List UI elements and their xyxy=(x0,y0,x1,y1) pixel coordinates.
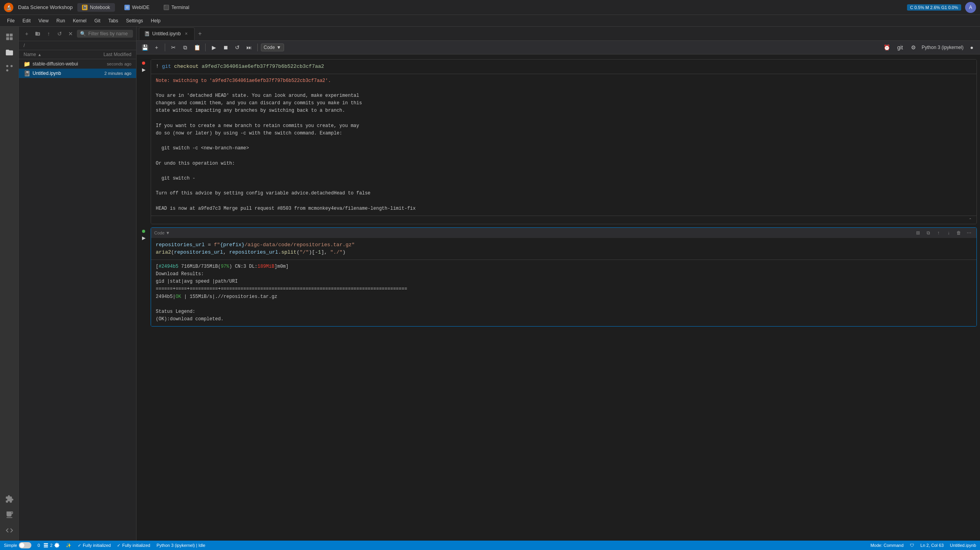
file-item-untitled[interactable]: 📓 Untitled.ipynb 2 minutes ago xyxy=(19,69,136,78)
notebook-toolbar: 💾 + ✂ ⧉ 📋 ▶ ⏹ ↺ ⏭ Code ▼ ⏰ git ⚙ Python … xyxy=(137,41,980,54)
notebook-area: 📓 Untitled.ipynb × + 💾 + ✂ ⧉ 📋 ▶ ⏹ ↺ ⏭ C… xyxy=(137,27,980,541)
menu-tabs[interactable]: Tabs xyxy=(105,17,121,25)
activity-bar xyxy=(0,27,19,541)
cell-type-select[interactable]: Code ▼ xyxy=(261,44,284,51)
refresh-button[interactable]: ↺ xyxy=(55,29,64,38)
menu-kernel[interactable]: Kernel xyxy=(70,17,90,25)
move-up-btn[interactable]: ↑ xyxy=(934,229,943,237)
cell-output-2: [#2494b5 716MiB/735MiB(97%) CN:3 DL:189M… xyxy=(151,260,976,327)
file-modified: seconds ago xyxy=(84,62,131,66)
cell-output-1: Note: switching to 'a9fed7c364061ae6efb3… xyxy=(151,74,976,216)
svg-point-4 xyxy=(6,69,8,72)
menu-view[interactable]: View xyxy=(35,17,52,25)
activity-extensions[interactable] xyxy=(2,492,16,506)
move-down-btn[interactable]: ↓ xyxy=(944,229,953,237)
history-button[interactable]: ⏰ xyxy=(882,42,892,53)
notebook-content: ▶ ! git checkout a9fed7c364061ae6efb37f7… xyxy=(137,54,980,541)
activity-explorer[interactable] xyxy=(2,30,16,44)
activity-git[interactable] xyxy=(2,61,16,75)
tab-webide[interactable]: 🖥 WebIDE xyxy=(120,3,154,12)
file-list: 📁 stable-diffusion-webui seconds ago 📓 U… xyxy=(19,59,136,541)
cell-toolbar-2: Code ▼ ⊞ ⧉ ↑ ↓ 🗑 ⋯ xyxy=(151,228,976,238)
notebook-tab-label: Notebook xyxy=(90,5,110,10)
cell-body-1: ! git checkout a9fed7c364061ae6efb37f797… xyxy=(151,59,977,224)
notebook-tab-file-icon: 📓 xyxy=(144,31,150,36)
cell-count-icon xyxy=(43,543,49,548)
activity-files[interactable] xyxy=(2,45,16,60)
cell-type-badge: Code ▼ xyxy=(154,231,170,235)
menu-run[interactable]: Run xyxy=(53,17,68,25)
activity-code[interactable] xyxy=(2,523,16,537)
kernel-status-button[interactable]: ● xyxy=(967,42,977,53)
run-button[interactable]: ▶ xyxy=(209,42,219,53)
cell-input-1[interactable]: ! git checkout a9fed7c364061ae6efb37f797… xyxy=(151,60,976,74)
last-modified-header: Last Modified xyxy=(84,52,131,57)
app-icon: 🔬 xyxy=(4,3,13,12)
notebook-tab-untitled[interactable]: 📓 Untitled.ipynb × xyxy=(139,27,195,40)
fully-initialized-2: ✓ Fully initialized xyxy=(117,543,150,548)
git-button[interactable]: git xyxy=(895,42,905,53)
expand-cell-btn[interactable]: ⊞ xyxy=(914,229,922,237)
collapse-btn-1[interactable]: ⌃ xyxy=(967,217,973,223)
new-file-button[interactable]: + xyxy=(22,29,31,38)
svg-point-6 xyxy=(6,65,8,67)
menu-git[interactable]: Git xyxy=(91,17,104,25)
copy-button[interactable]: ⧉ xyxy=(180,42,190,53)
cell-run-btn-1[interactable]: ▶ xyxy=(140,66,147,73)
notebook-tab-close[interactable]: × xyxy=(183,31,189,37)
webide-tab-icon: 🖥 xyxy=(124,5,130,10)
notebook-add-tab[interactable]: + xyxy=(195,29,205,38)
title-bar: 🔬 Data Science Workshop 📓 Notebook 🖥 Web… xyxy=(0,0,980,15)
more-cell-btn[interactable]: ⋯ xyxy=(965,229,973,237)
cell-numbers: 0 2 xyxy=(38,543,60,548)
tab-terminal[interactable]: ⬛ Terminal xyxy=(159,3,194,12)
add-cell-button[interactable]: + xyxy=(151,42,162,53)
copy-cell-btn[interactable]: ⧉ xyxy=(924,229,933,237)
cell-type-label: Code xyxy=(264,45,275,50)
menu-edit[interactable]: Edit xyxy=(19,17,34,25)
svg-point-5 xyxy=(10,65,13,67)
fully-initialized-label-1: Fully initialized xyxy=(83,543,111,548)
resource-monitor[interactable]: C 0.5% M 2.6% G1 0.0% xyxy=(907,4,961,11)
sidebar: + ↑ ↺ ✕ 🔍 / Name ▲ Last Modified 📁 stabl xyxy=(19,27,137,541)
svg-rect-1 xyxy=(9,34,12,36)
cell-number-left: 0 xyxy=(38,543,40,548)
restart-button[interactable]: ↺ xyxy=(232,42,242,53)
menu-help[interactable]: Help xyxy=(148,17,164,25)
cell-input-2[interactable]: repositories_url = f"{prefix}/aigc-data/… xyxy=(151,238,976,260)
delete-cell-btn[interactable]: 🗑 xyxy=(954,229,963,237)
menu-bar: File Edit View Run Kernel Git Tabs Setti… xyxy=(0,15,980,27)
cell-run-btn-2[interactable]: ▶ xyxy=(140,234,147,241)
settings-button[interactable]: ⚙ xyxy=(908,42,918,53)
check-icon-1: ✓ xyxy=(78,543,81,548)
file-item-stable-diffusion[interactable]: 📁 stable-diffusion-webui seconds ago xyxy=(19,59,136,69)
save-button[interactable]: 💾 xyxy=(140,42,150,53)
mode-label: Mode: Command xyxy=(871,543,903,548)
svg-rect-3 xyxy=(9,37,12,40)
sort-by-name[interactable]: Name ▲ xyxy=(24,52,84,57)
notebook-file-icon: 📓 xyxy=(24,70,30,76)
activity-jobs[interactable] xyxy=(2,508,16,522)
cell-indicator-1 xyxy=(142,62,145,65)
svg-rect-2 xyxy=(6,37,9,40)
user-avatar[interactable]: A xyxy=(965,2,976,13)
stop-button[interactable]: ⏹ xyxy=(220,42,231,53)
menu-file[interactable]: File xyxy=(4,17,18,25)
new-folder-button[interactable] xyxy=(33,29,42,38)
menu-settings[interactable]: Settings xyxy=(123,17,146,25)
upload-button[interactable]: ↑ xyxy=(44,29,53,38)
simple-toggle[interactable] xyxy=(19,542,31,548)
kernel-status: Python 3 (ipykernel) | Idle xyxy=(157,543,206,548)
clear-button[interactable]: ✕ xyxy=(66,29,75,38)
search-input[interactable] xyxy=(88,31,130,36)
paste-button[interactable]: 📋 xyxy=(192,42,202,53)
tab-notebook[interactable]: 📓 Notebook xyxy=(77,3,115,12)
cell-container-2: ▶ Code ▼ ⊞ ⧉ ↑ ↓ 🗑 ⋯ repositories_url = … xyxy=(137,226,980,329)
file-modified: 2 minutes ago xyxy=(84,71,131,76)
breadcrumb: / xyxy=(19,41,136,50)
simple-label: Simple xyxy=(4,543,17,548)
fast-forward-button[interactable]: ⏭ xyxy=(244,42,254,53)
cut-button[interactable]: ✂ xyxy=(168,42,179,53)
status-bar: Simple 0 2 ✨ ✓ Fully initialized ✓ Fully… xyxy=(0,541,980,550)
sort-arrow-icon: ▲ xyxy=(38,53,42,57)
